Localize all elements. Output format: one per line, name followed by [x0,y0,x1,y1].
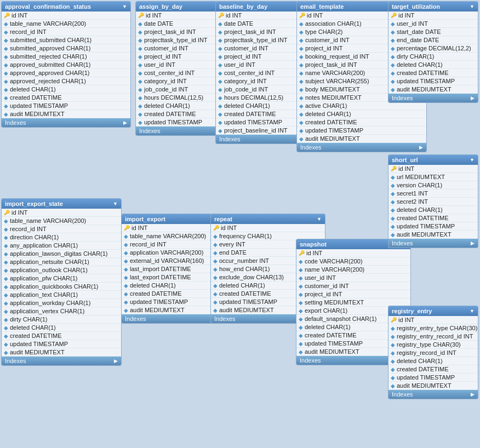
field-icon: ◆ [391,325,395,331]
table-row: ◆application_vertex CHAR(1) [2,307,121,315]
table-header-target_utilization[interactable]: target_utilization▼ [388,2,478,12]
field-name: customer_id INT [224,45,268,51]
field-name: id INT [221,225,237,231]
table-collapse-arrow[interactable]: ▼ [113,201,118,206]
table-collapse-arrow[interactable]: ▼ [470,4,475,9]
table-row: ◆deleted CHAR(1) [297,110,426,118]
field-icon: ◆ [299,349,303,355]
field-icon: ◆ [138,95,142,101]
indexes-expand-arrow[interactable]: ▶ [471,240,475,246]
field-name: id INT [226,12,242,19]
field-name: subject VARCHAR(255) [305,78,369,84]
field-name: booking_request_id INT [305,53,369,60]
field-name: application_pfw CHAR(1) [10,275,78,282]
field-icon: ◆ [391,37,395,43]
field-name: created DATETIME [10,332,62,339]
field-name: created DATETIME [10,94,62,101]
indexes-footer-registry_entry[interactable]: Indexes▶ [388,390,478,399]
indexes-footer-email_template[interactable]: Indexes▶ [297,143,426,152]
field-name: project_task_id INT [224,28,276,35]
table-row: ◆created DATETIME [388,365,478,374]
field-icon: ◆ [213,233,218,239]
table-row: ◆registry_record_id INT [388,349,478,357]
field-name: id INT [12,209,27,216]
table-title: baseline_by_day [219,3,267,10]
field-icon: ◆ [299,283,303,289]
field-name: customer_id INT [144,45,188,51]
field-icon: ◆ [391,375,395,381]
table-row: ◆updated TIMESTAMP [388,77,478,85]
table-header-registry_entry[interactable]: registry_entry▼ [388,306,478,316]
field-icon: ◆ [4,275,8,282]
field-name: code VARCHAR(200) [305,258,363,265]
field-icon: ◆ [138,103,142,109]
indexes-expand-arrow[interactable]: ▶ [114,358,118,364]
field-icon: ◆ [218,103,222,109]
table-row: ◆approved_rejected CHAR(1) [2,77,130,85]
table-title: short_url [392,157,418,163]
primary-key-icon: 🔑 [299,250,305,256]
field-icon: ◆ [299,45,304,51]
field-icon: ◆ [218,70,222,76]
table-registry_entry: registry_entry▼🔑id INT◆registry_entry_ty… [388,306,478,399]
table-row: ◆start_date DATE [388,28,478,36]
indexes-footer-target_utilization[interactable]: Indexes▶ [388,94,478,102]
field-icon: ◆ [391,350,395,356]
field-icon: ◆ [138,21,142,27]
field-icon: ◆ [299,111,304,117]
field-name: created DATETIME [130,290,182,297]
field-icon: ◆ [391,29,395,35]
indexes-expand-arrow[interactable]: ▶ [123,120,127,125]
field-name: audit MEDIUMTEXT [305,135,360,142]
field-name: approved_approved CHAR(1) [10,70,90,76]
indexes-expand-arrow[interactable]: ▶ [419,145,423,150]
field-icon: ◆ [4,308,8,314]
field-name: project_id INT [305,291,342,297]
table-row: ◆deleted CHAR(1) [388,61,478,69]
field-name: submitted_submitted CHAR(1) [10,37,92,43]
field-name: audit MEDIUMTEXT [397,231,452,238]
table-header-short_url[interactable]: short_url▼ [388,155,478,165]
field-icon: ◆ [391,366,395,372]
table-row: ◆record_id INT [2,28,130,36]
table-header-repeat[interactable]: repeat▼ [211,214,325,224]
table-collapse-arrow[interactable]: ▼ [122,4,127,9]
field-name: deleted CHAR(1) [397,358,443,364]
table-header-approval_confirmation_status[interactable]: approval_confirmation_status▼ [2,2,130,12]
indexes-footer-short_url[interactable]: Indexes▶ [388,239,478,248]
field-name: created DATETIME [305,332,357,338]
field-icon: ◆ [391,383,395,389]
field-name: application_outlook CHAR(1) [10,267,88,273]
indexes-footer-import_export_state[interactable]: Indexes▶ [2,357,121,365]
field-icon: ◆ [299,332,303,338]
field-name: customer_id INT [305,37,350,43]
canvas: approval_confirmation_status▼🔑id INT◆tab… [0,0,480,448]
field-icon: ◆ [299,259,303,265]
indexes-expand-arrow[interactable]: ▶ [471,95,475,101]
table-row: 🔑id INT [388,12,478,20]
field-name: secret1 INT [397,190,428,197]
table-header-import_export_state[interactable]: import_export_state▼ [2,199,121,209]
primary-key-icon: 🔑 [213,225,219,231]
table-title: email_template [300,3,344,10]
field-icon: ◆ [391,215,395,221]
field-icon: ◆ [299,78,304,84]
table-collapse-arrow[interactable]: ▼ [470,157,475,163]
indexes-footer-approval_confirmation_status[interactable]: Indexes▶ [2,118,130,127]
field-name: application_netsuite CHAR(1) [10,259,89,265]
table-collapse-arrow[interactable]: ▼ [317,216,322,222]
table-row: ◆registry_entry_record_id INT [388,332,478,341]
table-row: ◆created DATETIME [2,332,121,340]
field-name: project_id INT [224,53,261,60]
field-name: deleted CHAR(1) [219,282,265,289]
field-icon: ◆ [4,29,8,35]
field-name: any_application CHAR(1) [10,242,78,249]
table-row: ◆secret1 INT [388,189,478,198]
field-icon: ◆ [218,54,222,60]
table-collapse-arrow[interactable]: ▼ [470,308,475,314]
field-icon: ◆ [4,333,8,339]
field-name: occur_number INT [219,257,269,264]
field-name: hours DECIMAL(12,5) [144,94,203,101]
indexes-expand-arrow[interactable]: ▶ [471,392,475,397]
field-icon: ◆ [124,250,128,256]
